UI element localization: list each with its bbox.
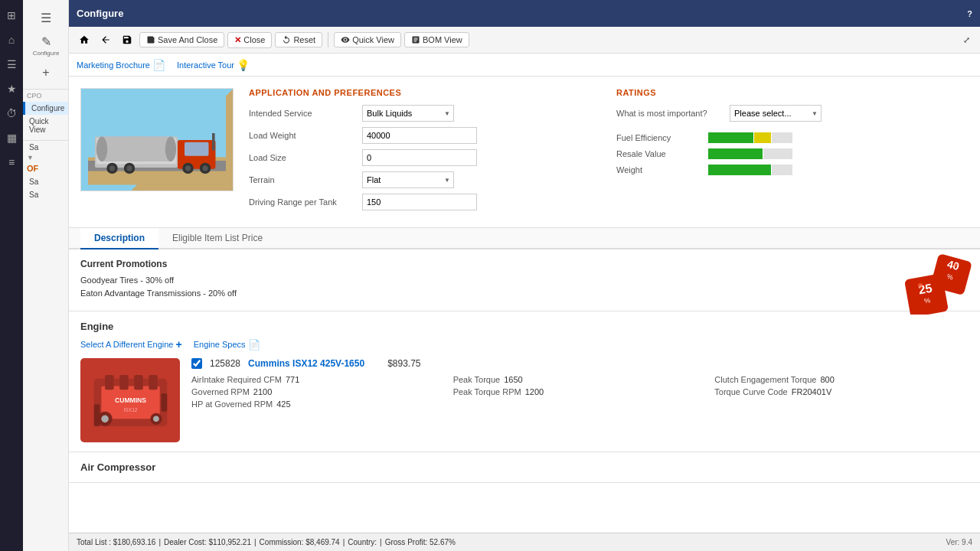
weight-label: Weight bbox=[616, 165, 701, 174]
promo-item-1: Goodyear Tires - 30% off bbox=[80, 276, 969, 285]
svg-point-17 bbox=[126, 165, 132, 171]
spec-peak-torque: Peak Torque 1650 bbox=[453, 375, 707, 384]
items-of-label: OF bbox=[23, 161, 68, 175]
engine-content: CUMMINS ISX12 125828 Cummins ISX12 425V-… bbox=[80, 358, 969, 442]
svg-point-30 bbox=[954, 263, 957, 266]
fuel-efficiency-label: Fuel Efficiency bbox=[616, 133, 701, 142]
select-different-engine-link[interactable]: Select A Different Engine + bbox=[80, 338, 182, 350]
interactive-tour-link[interactable]: Interactive Tour 💡 bbox=[177, 59, 250, 71]
svg-rect-42 bbox=[93, 404, 100, 426]
edit-btn[interactable]: ✎ Configure bbox=[23, 31, 69, 59]
apps-icon[interactable]: ⊞ bbox=[2, 6, 21, 24]
spec-hp: HP at Governed RPM 425 bbox=[191, 399, 446, 409]
left-icon-bar: ⊞ ⌂ ☰ ★ ⏱ ▦ ≡ bbox=[0, 0, 23, 551]
driving-range-row: Driving Range per Tank bbox=[249, 194, 601, 210]
cpq-label: CPO bbox=[23, 89, 68, 102]
spec-clutch-torque: Clutch Engagement Torque 800 bbox=[714, 375, 969, 384]
separator-2: | bbox=[254, 538, 256, 546]
svg-point-39 bbox=[101, 415, 109, 422]
spec-peak-torque-rpm: Peak Torque RPM 1200 bbox=[453, 387, 707, 396]
load-size-label: Load Size bbox=[249, 153, 356, 162]
engine-specs-link[interactable]: Engine Specs 📄 bbox=[194, 339, 260, 350]
menu-btn[interactable]: ☰ bbox=[23, 4, 69, 31]
back-button[interactable] bbox=[96, 32, 115, 47]
save-and-close-button[interactable]: Save And Close bbox=[139, 32, 224, 47]
terrain-row: Terrain Flat Hilly Mountain bbox=[249, 171, 601, 188]
terrain-label: Terrain bbox=[249, 175, 356, 184]
list-icon[interactable]: ☰ bbox=[2, 55, 21, 73]
home-icon[interactable]: ⌂ bbox=[2, 31, 21, 49]
sale-link-2[interactable]: Sa bbox=[23, 175, 68, 188]
engine-name: Cummins ISX12 425V-1650 bbox=[248, 358, 364, 369]
tour-icon: 💡 bbox=[237, 59, 250, 71]
engine-details: 125828 Cummins ISX12 425V-1650 $893.75 A… bbox=[191, 358, 969, 409]
load-weight-label: Load Weight bbox=[249, 131, 356, 140]
total-list: Total List : $180,693.16 bbox=[77, 538, 155, 546]
load-size-input[interactable] bbox=[362, 149, 477, 166]
home-button[interactable] bbox=[75, 32, 93, 47]
engine-specs-grid: AirIntake Required CFM 771 Peak Torque 1… bbox=[191, 375, 969, 409]
driving-range-input[interactable] bbox=[362, 194, 477, 210]
status-bar: Total List : $180,693.16 | Dealer Cost: … bbox=[69, 533, 980, 551]
intended-service-row: Intended Service Bulk Liquids bbox=[249, 105, 601, 122]
app-preferences-panel: APPLICATION AND PREFERENCES Intended Ser… bbox=[69, 77, 980, 228]
tab-eligible-item[interactable]: Eligible Item List Price bbox=[158, 228, 276, 249]
marketing-brochure-link[interactable]: Marketing Brochure 📄 bbox=[77, 59, 165, 71]
svg-rect-22 bbox=[212, 133, 215, 151]
svg-rect-36 bbox=[134, 375, 142, 390]
svg-text:CUMMINS: CUMMINS bbox=[115, 396, 146, 404]
svg-rect-37 bbox=[149, 375, 157, 390]
intended-service-select[interactable]: Bulk Liquids bbox=[362, 105, 454, 122]
save-icon-button[interactable] bbox=[118, 32, 136, 47]
bom-view-button[interactable]: BOM View bbox=[404, 32, 469, 47]
svg-rect-34 bbox=[105, 375, 113, 390]
ratings-title: RATINGS bbox=[616, 88, 969, 97]
svg-point-41 bbox=[153, 416, 159, 422]
engine-checkbox[interactable] bbox=[191, 358, 202, 369]
svg-rect-13 bbox=[185, 142, 209, 155]
spec-governed-rpm: Governed RPM 2100 bbox=[191, 387, 446, 396]
menu-icon[interactable]: ≡ bbox=[2, 153, 21, 171]
engine-section: Engine Select A Different Engine + Engin… bbox=[69, 311, 980, 452]
sale-link-1[interactable]: Sa bbox=[23, 141, 68, 154]
intended-service-label: Intended Service bbox=[249, 109, 356, 118]
air-compressor-section: Air Compressor bbox=[69, 452, 980, 483]
expand-button[interactable]: ⤢ bbox=[959, 33, 974, 47]
help-btn[interactable]: ? bbox=[967, 9, 972, 18]
version-label: Ver: 9.4 bbox=[946, 538, 972, 546]
engine-title: Engine bbox=[80, 321, 969, 332]
gross-profit: Gross Profit: 52.67% bbox=[385, 538, 456, 546]
add-btn[interactable]: + bbox=[23, 59, 69, 86]
svg-point-29 bbox=[918, 283, 923, 288]
configure-link[interactable]: Configure bbox=[23, 102, 68, 115]
load-weight-input[interactable] bbox=[362, 127, 477, 144]
quick-view-button[interactable]: Quick View bbox=[334, 32, 401, 47]
main-toolbar: Save And Close ✕ Close Reset Quick View … bbox=[69, 27, 980, 54]
resale-value-row: Resale Value bbox=[616, 148, 969, 159]
docs-icon: 📄 bbox=[248, 339, 260, 350]
reset-button[interactable]: Reset bbox=[275, 32, 322, 47]
fuel-efficiency-row: Fuel Efficiency bbox=[616, 132, 969, 143]
status-info: Total List : $180,693.16 | Dealer Cost: … bbox=[77, 538, 456, 546]
engine-id: 125828 bbox=[210, 358, 240, 369]
promo-dice-image: 40 % 25 % bbox=[903, 253, 972, 315]
dealer-cost: Dealer Cost: $110,952.21 bbox=[164, 538, 251, 546]
close-button[interactable]: ✕ Close bbox=[227, 32, 272, 48]
engine-header: 125828 Cummins ISX12 425V-1650 $893.75 bbox=[191, 358, 969, 369]
sale-link-3[interactable]: Sa bbox=[23, 188, 68, 201]
ratings-important-select[interactable]: Please select... bbox=[730, 105, 822, 122]
product-image bbox=[80, 88, 234, 191]
configure-title: Configure bbox=[77, 8, 123, 19]
svg-point-21 bbox=[202, 165, 207, 171]
svg-point-15 bbox=[109, 165, 115, 171]
star-icon[interactable]: ★ bbox=[2, 80, 21, 98]
terrain-select[interactable]: Flat Hilly Mountain bbox=[362, 171, 454, 188]
grid-icon[interactable]: ▦ bbox=[2, 129, 21, 147]
quick-view-link[interactable]: Quick View bbox=[23, 115, 68, 136]
toolbar-divider bbox=[328, 32, 328, 47]
app-prefs-title: APPLICATION AND PREFERENCES bbox=[249, 88, 601, 97]
air-compressor-title: Air Compressor bbox=[80, 461, 969, 473]
tab-description[interactable]: Description bbox=[80, 228, 158, 249]
clock-icon[interactable]: ⏱ bbox=[2, 104, 21, 122]
svg-rect-9 bbox=[102, 136, 171, 161]
